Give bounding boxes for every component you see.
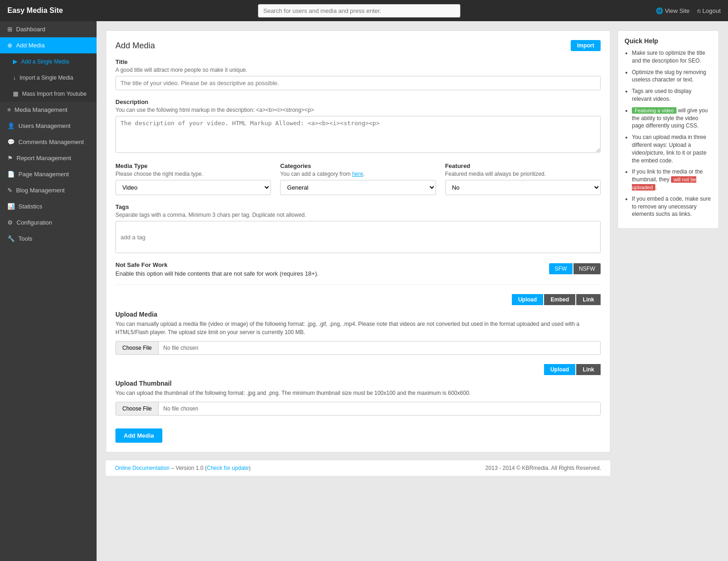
upload-thumbnail-desc: You can upload the thumbnail of the foll… (115, 389, 601, 397)
featured-label: Featured (445, 162, 601, 169)
blog-icon: ✎ (7, 187, 12, 194)
sidebar-item-users-management[interactable]: 👤 Users Management (0, 118, 97, 134)
footer: Online Documentation – Version 1.0 (Chec… (106, 460, 610, 476)
add-media-card: Add Media Import Title A good title will… (106, 30, 610, 452)
users-icon: 👤 (7, 122, 15, 129)
featuring-badge: Featuring a video (632, 107, 676, 114)
sfw-button[interactable]: SFW (549, 263, 573, 274)
footer-left: Online Documentation – Version 1.0 (Chec… (115, 465, 251, 471)
nsfw-hint: Enable this option will hide contents th… (115, 270, 319, 277)
sidebar-item-report[interactable]: ⚑ Report Management (0, 150, 97, 166)
nsfw-buttons: SFW NSFW (549, 263, 601, 274)
search-bar[interactable] (258, 4, 460, 17)
help-item-7: If you embed a code, make sure to remove… (632, 195, 712, 218)
header: Easy Media Site 🌐 View Site ⎋ Logout (0, 0, 728, 21)
categories-select[interactable]: General (280, 180, 436, 195)
media-type-hint: Please choose the right media type. (115, 171, 271, 177)
footer-version: Version 1.0 (176, 465, 203, 471)
mini-tab-upload[interactable]: Upload (544, 364, 576, 375)
mass-import-icon: ▦ (13, 90, 18, 97)
tags-input[interactable] (115, 221, 601, 253)
quick-help-list: Make sure to optimize the title and the … (625, 49, 712, 218)
sidebar-item-media-management[interactable]: ≡ Media Management (0, 102, 97, 118)
nsfw-text: Not Safe For Work Enable this option wil… (115, 261, 319, 277)
sidebar-item-add-media[interactable]: ⊕ Add Media (0, 37, 97, 53)
help-item-3: Tags are used to display relevant videos… (632, 87, 712, 103)
sidebar-item-comments[interactable]: 💬 Comments Management (0, 134, 97, 150)
sidebar-label-media-mgmt: Media Management (15, 106, 68, 113)
sidebar-item-dashboard[interactable]: ⊞ Dashboard (0, 21, 97, 37)
media-mgmt-icon: ≡ (7, 106, 11, 113)
sidebar-label-tools: Tools (18, 235, 32, 242)
description-hint: You can use the following html markup in… (115, 107, 601, 113)
quick-help-panel: Quick Help Make sure to optimize the tit… (618, 30, 719, 552)
media-type-select[interactable]: Video Audio Image (115, 180, 271, 195)
help-item-1: Make sure to optimize the title and the … (632, 49, 712, 65)
tools-icon: 🔧 (7, 235, 15, 242)
featured-hint: Featured media will always be prioritize… (445, 171, 601, 177)
layout: ⊞ Dashboard ⊕ Add Media ▶ Add a Single M… (0, 21, 728, 561)
quick-help-title: Quick Help (625, 37, 712, 45)
logout-link[interactable]: ⎋ Logout (697, 7, 721, 14)
upload-media-choose-button[interactable]: Choose File (116, 341, 159, 354)
tab-upload[interactable]: Upload (512, 294, 544, 305)
card-title: Add Media (115, 41, 155, 51)
tags-section: Tags Separate tags with a comma. Minimum… (115, 203, 601, 253)
sidebar-item-configuration[interactable]: ⚙ Configuration (0, 214, 97, 231)
categories-hint: You can add a category from here. (280, 171, 436, 177)
upload-media-filename: No file chosen (159, 341, 600, 354)
sidebar-item-page[interactable]: 📄 Page Management (0, 166, 97, 182)
sidebar-item-import-single[interactable]: ↓ Import a Single Media (0, 69, 97, 86)
tab-embed[interactable]: Embed (544, 294, 575, 305)
sidebar-label-blog: Blog Management (16, 187, 65, 194)
main-content: Add Media Import Title A good title will… (97, 21, 728, 561)
title-hint: A good title will attract more people so… (115, 67, 601, 73)
sidebar-label-config: Configuration (17, 219, 52, 226)
tags-label: Tags (115, 203, 601, 210)
description-textarea[interactable] (115, 116, 601, 153)
categories-hint-suffix: . (363, 171, 365, 177)
featured-col: Featured Featured media will always be p… (445, 162, 601, 195)
add-media-submit-button[interactable]: Add Media (115, 428, 162, 443)
featured-select[interactable]: No Yes (445, 180, 601, 195)
description-label: Description (115, 98, 601, 105)
dashboard-icon: ⊞ (7, 26, 12, 33)
sidebar-item-mass-import[interactable]: ▦ Mass Import from Youtube (0, 86, 97, 102)
upload-thumbnail-file-row: Choose File No file chosen (115, 402, 601, 416)
quick-help-card: Quick Help Make sure to optimize the tit… (618, 30, 719, 229)
sidebar-label-users: Users Management (18, 122, 70, 129)
view-site-link[interactable]: 🌐 View Site (656, 7, 690, 14)
upload-media-title: Upload Media (115, 311, 601, 318)
add-media-icon: ⊕ (7, 42, 12, 49)
media-type-col: Media Type Please choose the right media… (115, 162, 271, 195)
footer-doc-link[interactable]: Online Documentation (115, 465, 170, 471)
categories-here-link[interactable]: here (352, 171, 363, 177)
page-icon: 📄 (7, 171, 15, 178)
sidebar-item-blog[interactable]: ✎ Blog Management (0, 182, 97, 198)
help-item-5: You can upload media in three different … (632, 133, 712, 164)
categories-label: Categories (280, 162, 436, 169)
sidebar-label-report: Report Management (17, 155, 71, 162)
nsfw-button[interactable]: NSFW (573, 263, 601, 274)
search-input[interactable] (258, 4, 460, 17)
card-header: Add Media Import (115, 40, 601, 51)
import-button[interactable]: Import (571, 40, 601, 51)
upload-thumbnail-choose-button[interactable]: Choose File (116, 402, 159, 415)
sidebar-label-import-single: Import a Single Media (20, 75, 74, 81)
mini-tab-link[interactable]: Link (576, 364, 601, 375)
categories-hint-prefix: You can add a category from (280, 171, 352, 177)
content-area: Add Media Import Title A good title will… (106, 30, 610, 552)
check-update-link[interactable]: Check for update (206, 465, 248, 471)
title-section: Title A good title will attract more peo… (115, 58, 601, 90)
tags-hint: Separate tags with a comma. Minimum 3 ch… (115, 212, 601, 218)
sidebar-item-tools[interactable]: 🔧 Tools (0, 231, 97, 247)
categories-col: Categories You can add a category from h… (280, 162, 436, 195)
sidebar-label-statistics: Statistics (18, 203, 42, 210)
sidebar-item-add-single-media[interactable]: ▶ Add a Single Media (0, 53, 97, 69)
title-input[interactable] (115, 76, 601, 90)
nsfw-row: Not Safe For Work Enable this option wil… (115, 261, 601, 285)
help-item-will-not: If you link to the media or the thumbnai… (632, 168, 712, 191)
sidebar-item-statistics[interactable]: 📊 Statistics (0, 198, 97, 214)
sidebar-label-page: Page Management (18, 171, 69, 178)
tab-link[interactable]: Link (576, 294, 601, 305)
